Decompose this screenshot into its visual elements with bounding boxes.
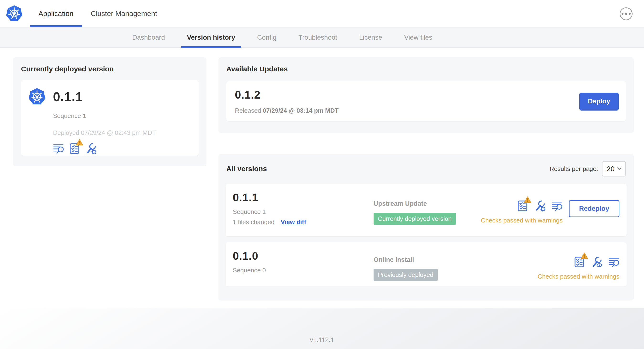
currently-deployed-badge: Currently deployed version [374, 213, 456, 225]
page: Application Cluster Management Dashboard… [0, 0, 644, 349]
currently-deployed-inner-card: 0.1.1 Sequence 1 Deployed 07/29/24 @ 02:… [21, 80, 198, 156]
row-source-label: Upstream Update [374, 200, 481, 208]
subnav-version-history[interactable]: Version history [181, 28, 241, 48]
tab-cluster-management-label: Cluster Management [91, 10, 157, 18]
view-config-wrench-eye-icon[interactable] [591, 256, 602, 268]
edit-config-wrench-gear-icon[interactable] [85, 143, 96, 154]
top-bar: Application Cluster Management [0, 0, 644, 27]
row-sequence: Sequence 0 [233, 267, 374, 274]
ellipsis-icon [622, 13, 624, 15]
row-version-number: 0.1.1 [233, 191, 374, 204]
version-row-0-1-0: 0.1.0 Sequence 0 Online Install Previous… [226, 242, 626, 286]
top-tabs: Application Cluster Management [30, 0, 166, 27]
results-per-page: Results per page: 20 [550, 161, 626, 176]
console-version: v1.112.1 [310, 336, 334, 344]
subnav-troubleshoot[interactable]: Troubleshoot [293, 28, 343, 48]
footer: v1.112.1 [0, 308, 644, 349]
row-source-label: Online Install [374, 256, 538, 264]
available-updates-card: Available Updates 0.1.2 Released 07/29/2… [218, 57, 634, 133]
chevron-down-icon [617, 167, 621, 170]
checks-status-text: Checks passed with warnings [481, 217, 562, 224]
warning-triangle-icon [524, 196, 531, 203]
tab-application[interactable]: Application [30, 0, 82, 27]
app-subnav: Dashboard Version history Config Trouble… [0, 27, 644, 48]
kubernetes-logo-icon [5, 4, 23, 22]
previously-deployed-badge: Previously deployed [374, 269, 438, 281]
preflight-checklist-warning-icon[interactable] [574, 256, 584, 268]
version-row-0-1-1: 0.1.1 Sequence 1 1 files changed View di… [226, 184, 626, 236]
available-updates-title: Available Updates [226, 65, 626, 73]
preflight-checklist-warning-icon[interactable] [69, 143, 80, 154]
redeploy-button[interactable]: Redeploy [569, 200, 620, 217]
update-released-line: Released 07/29/24 @ 03:14 pm MDT [235, 107, 338, 114]
results-per-page-select[interactable]: 20 [602, 161, 626, 176]
row-sequence: Sequence 1 [233, 208, 374, 216]
warning-triangle-icon [76, 139, 83, 146]
main-content: Currently deployed version 0.1.1 Sequenc… [0, 48, 644, 349]
currently-deployed-title: Currently deployed version [21, 65, 198, 73]
row-version-number: 0.1.0 [233, 250, 374, 262]
update-released-date: 07/29/24 @ 03:14 pm MDT [263, 107, 338, 114]
subnav-dashboard[interactable]: Dashboard [126, 28, 171, 48]
current-version-deployed-date: Deployed 07/29/24 @ 02:43 pm MDT [53, 129, 192, 136]
update-version-number: 0.1.2 [235, 88, 338, 101]
all-versions-title: All versions [226, 165, 267, 173]
edit-config-wrench-gear-icon[interactable] [534, 200, 546, 212]
warning-triangle-icon [581, 252, 588, 259]
view-diff-link[interactable]: View diff [281, 218, 306, 226]
release-notes-search-icon[interactable] [53, 143, 64, 154]
tab-cluster-management[interactable]: Cluster Management [82, 0, 166, 27]
current-version-number: 0.1.1 [53, 89, 83, 104]
tab-application-label: Application [38, 10, 74, 18]
overflow-menu-button[interactable] [620, 8, 632, 20]
app-logo-icon [28, 87, 46, 106]
all-versions-card: All versions Results per page: 20 0.1.1 … [218, 154, 634, 300]
subnav-config[interactable]: Config [251, 28, 282, 48]
current-version-sequence: Sequence 1 [53, 112, 192, 120]
subnav-view-files[interactable]: View files [398, 28, 438, 48]
currently-deployed-card: Currently deployed version 0.1.1 Sequenc… [13, 57, 206, 166]
available-update-row: 0.1.2 Released 07/29/24 @ 03:14 pm MDT D… [226, 81, 626, 121]
results-per-page-label: Results per page: [550, 165, 598, 172]
current-version-actions [53, 143, 192, 154]
subnav-license[interactable]: License [354, 28, 388, 48]
checks-status-text: Checks passed with warnings [538, 273, 620, 280]
preflight-checklist-warning-icon[interactable] [517, 200, 528, 212]
release-notes-search-icon[interactable] [608, 256, 620, 267]
files-changed-label: 1 files changed [233, 218, 274, 226]
release-notes-search-icon[interactable] [552, 200, 562, 211]
deploy-button[interactable]: Deploy [579, 92, 619, 110]
